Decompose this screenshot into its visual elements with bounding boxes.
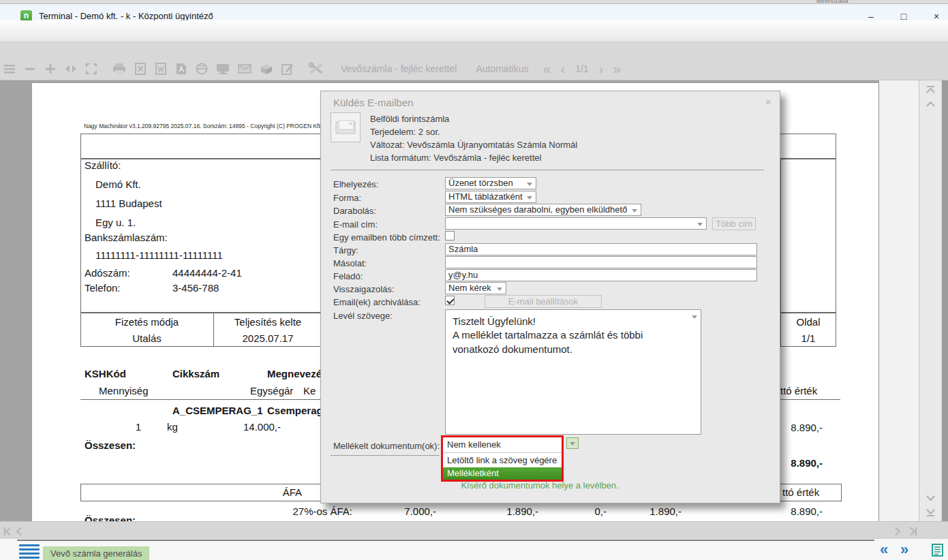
level-szovege-textarea[interactable]: Tisztelt Ügyfelünk! A melléklet tartalma… [445,309,701,435]
mellekelt-dropdown-button[interactable] [566,437,579,449]
last-page-icon[interactable]: » [613,62,622,76]
col-megnevezes: Megnevezés [267,368,327,379]
scroll-leftmost-icon[interactable] [3,527,12,536]
page-cell-value: 1/1 [780,332,836,344]
tax-label: Adószám: [85,267,130,279]
targy-input[interactable]: Számla [445,243,757,255]
level-szovege-label: Levél szövege: [333,311,393,321]
zoom-out-icon[interactable] [23,62,37,76]
application-window: letrehozasa n Terminal - Demó kft. - k -… [0,0,948,560]
window-titlebar: n Terminal - Demó kft. - k - Központi üg… [0,4,948,20]
tobb-cimzett-checkbox[interactable] [445,231,455,240]
dialog-info-name: Belföldi forintszámla [370,114,449,124]
status-first-icon[interactable]: « [880,541,888,559]
settings-tools-icon[interactable] [308,62,324,76]
status-last-icon[interactable]: » [900,541,908,559]
scroll-top-icon[interactable] [926,86,936,94]
fit-width-icon[interactable] [64,62,78,76]
window-title: Terminal - Demó kft. - k - Központi ügyi… [39,11,213,21]
export-pdf-icon[interactable] [174,62,188,76]
prev-page-icon[interactable]: ‹ [560,62,565,76]
visszaigazolas-value: Nem kérek [448,283,491,293]
tax-number: 44444444-2-41 [172,267,242,279]
tobb-cim-button[interactable]: Több cím [712,217,756,230]
elhelyezes-select[interactable]: Üzenet törzsben [445,177,536,189]
mellekelt-option-1[interactable]: Letöltő link a szöveg végére [443,452,562,467]
darabolas-select[interactable]: Nem szükséges darabolni, egyben elküldhe… [445,204,641,216]
phone-label: Telefon: [85,282,121,294]
status-document-icon[interactable] [931,543,944,557]
vat-value-1: 1.890,- [484,505,538,517]
supplier-street: Egy u. 1. [95,217,136,228]
dialog-close-icon[interactable]: × [765,96,771,108]
felado-label: Feladó: [333,271,363,281]
export-word-icon[interactable] [154,62,168,76]
page-indicator: 1/1 [575,63,588,74]
vat-header-brutto-fragment: ttó érték [782,486,819,498]
fit-page-icon[interactable] [85,62,98,76]
preview-vertical-scrollbar[interactable] [919,80,941,521]
dropdown-arrow-icon [632,209,637,213]
supplier-label: Szállító: [85,159,121,171]
vat-value-3: 1.890,- [627,505,682,517]
dialog-separator [331,170,764,170]
preview-menu-icon[interactable] [3,62,16,76]
phone-number: 3-456-788 [172,282,219,294]
scroll-up-icon[interactable] [926,101,936,108]
splitter-line [17,540,874,541]
visszaigazolas-select[interactable]: Nem kérek [445,282,506,294]
mellekelt-option-selected[interactable]: Mellékletként [443,467,562,480]
mellekelt-label: Mellékelt dokumentum(ok): [333,441,440,451]
visszaigazolas-label: Visszaigazolás: [333,284,394,294]
dropdown-arrow-icon [570,442,575,446]
edit-icon[interactable] [281,62,294,76]
bank-label: Bankszámlaszám: [85,232,168,243]
email-beallitasok-button[interactable]: E-mail beállítások [485,295,602,308]
col-egysegar: Egységár [250,385,293,396]
supplier-city: 1111 Budapest [95,198,162,209]
elhelyezes-label: Elhelyezés: [333,179,378,189]
masolat-input[interactable] [445,256,757,268]
scroll-bottom-icon[interactable] [926,508,936,516]
browser-icon[interactable] [195,62,209,76]
first-page-icon[interactable]: « [542,62,551,76]
item-price: 14.000,- [236,421,281,433]
felado-input[interactable]: y@y.hu [445,269,757,281]
vat-row-label: 27%-os ÁFA: [257,505,352,517]
col-mennyiseg: Mennyiség [99,385,149,396]
preview-panel-header: Nyomtatási kép - Belföldi forintszámla × [0,42,948,58]
mellekelt-option-0[interactable]: Nem kellenek [443,437,562,452]
col-kedv-fragment: Ke [303,385,316,396]
overflow-total-label: Összesen: [85,514,136,521]
preview-horizontal-scrollbar[interactable] [0,521,948,538]
status-menu-icon[interactable] [19,544,40,560]
mellekelt-dropdown-annotated[interactable]: Nem kellenek Letöltő link a szöveg végér… [441,435,564,482]
preview-right-margin [879,80,919,521]
scroll-down-icon[interactable] [926,495,936,501]
next-page-icon[interactable]: › [599,62,604,76]
list-format-label: Vevőszámla - fejléc kerettel [341,63,457,74]
email-cim-select[interactable] [445,217,707,230]
send-email-dialog: Küldés E-mailben × Belföldi forintszámla… [320,91,780,503]
darabolas-value: Nem szükséges darabolni, egyben elküldhe… [448,204,627,215]
scroll-right-icon[interactable] [894,527,901,536]
supplier-name: Demó Kft. [95,178,141,190]
archive-box-icon[interactable] [259,62,274,76]
dropdown-arrow-icon [692,315,697,319]
forma-label: Forma: [333,193,361,203]
level-szovege-text: Tisztelt Ügyfelünk! A melléklet tartalma… [446,310,701,361]
email-icon[interactable] [237,63,252,75]
total-label: Összesen: [85,439,136,451]
zoom-in-icon[interactable] [44,62,57,76]
scroll-rightmost-icon[interactable] [909,527,917,536]
archivalas-checkbox[interactable] [445,296,455,305]
print-icon[interactable] [112,62,127,76]
scroll-left-icon[interactable] [16,527,22,536]
fulfil-value: 2025.07.17 [213,332,322,344]
dialog-info-variant: Változat: Vevőszámla Újranyomtatás Száml… [370,140,577,150]
col-kshkod: KSHKód [85,368,126,379]
screen-view-icon[interactable] [215,62,230,76]
vat-value-base: 7.000,- [382,505,436,517]
forma-select[interactable]: HTML táblázatként [445,191,536,203]
export-excel-icon[interactable] [134,62,147,76]
